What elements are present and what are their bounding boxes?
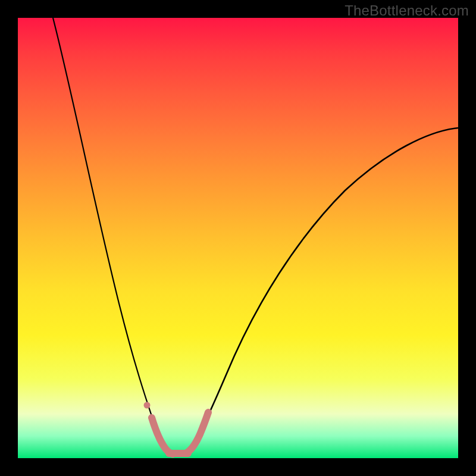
watermark-text: TheBottleneck.com bbox=[345, 2, 469, 19]
chart-frame: TheBottleneck.com bbox=[0, 0, 476, 476]
curve-overlay bbox=[18, 18, 458, 458]
highlight-band-right bbox=[186, 412, 208, 453]
bottleneck-curve-right bbox=[189, 128, 458, 452]
bottleneck-curve-left bbox=[53, 18, 168, 452]
highlight-dot bbox=[144, 402, 151, 409]
highlight-band-left bbox=[152, 418, 173, 454]
plot-area bbox=[18, 18, 458, 458]
